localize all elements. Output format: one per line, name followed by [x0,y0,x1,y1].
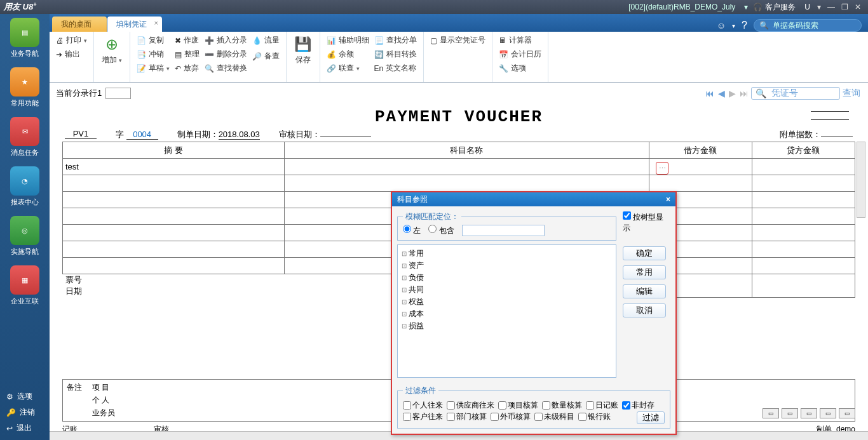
filter-6[interactable]: 客户往来 [403,411,443,422]
filter-5[interactable]: 非封存 [622,400,654,411]
abandon-button[interactable]: ↶ 放弃 [173,62,201,74]
delete-row-button[interactable]: ➖ 删除分录 [203,48,248,60]
edit-button[interactable]: 编辑 [623,284,666,298]
close-tab-icon[interactable]: × [154,19,158,27]
cell[interactable] [63,241,285,258]
calendar-button[interactable]: 📅 会计日历 [498,48,543,60]
tree-node[interactable]: 共同 [400,284,613,296]
tree-node[interactable]: 常用 [400,248,613,260]
link-query-button[interactable]: 🔗 联查 [325,62,370,74]
prev-record-button[interactable]: ◀ [717,88,726,98]
first-record-button[interactable]: ⏮ [704,88,715,98]
customer-service[interactable]: 🎧客户服务 [753,2,796,13]
cell[interactable] [752,274,855,298]
tab-desktop[interactable]: 我的桌面 [52,17,107,32]
filter-7[interactable]: 部门核算 [447,411,487,422]
save-button[interactable]: 💾保存 [292,34,315,67]
reverse-button[interactable]: 📑 冲销 [135,48,171,60]
radio-contain[interactable]: 包含 [428,225,454,236]
void-button[interactable]: ✖ 作废 [173,34,201,46]
radio-left[interactable]: 左 [403,225,421,236]
barcode-search[interactable]: 🔍单据条码搜索 [754,19,862,32]
draft-button[interactable]: 📝 草稿 [135,62,171,74]
footer-icon[interactable]: ▭ [801,408,817,418]
cell[interactable] [752,258,855,274]
u-menu[interactable]: U [804,3,810,11]
footer-icon[interactable]: ▭ [839,408,855,418]
cell[interactable] [649,175,752,192]
account-lookup-button[interactable]: ⋯ [656,162,668,175]
cell-account-1[interactable] [285,159,649,175]
output-button[interactable]: ➜ 输出 [55,48,88,60]
flow-button[interactable]: 💧 流量 [251,34,281,46]
cell[interactable] [752,208,855,225]
cell[interactable] [285,175,649,192]
tree-display-checkbox[interactable]: 按树型显示 [623,211,670,234]
cell[interactable] [63,225,285,241]
cell-summary-1[interactable]: test [63,159,285,175]
filter-0[interactable]: 个人往来 [403,400,443,411]
print-button[interactable]: 🖨 打印 [55,34,88,46]
nav-reports[interactable]: ◔报表中心 [6,166,44,207]
find-replace-button[interactable]: 🔍 查找替换 [203,62,248,74]
cell[interactable] [752,241,855,258]
cell[interactable] [752,175,855,192]
insert-row-button[interactable]: ➕ 插入分录 [203,34,248,46]
aux-detail-button[interactable]: 📊 辅助明细 [325,34,370,46]
audit-button[interactable]: 🔎 备查 [251,50,281,62]
sales-field[interactable]: 业务员 [92,408,115,418]
help-icon[interactable]: ? [742,20,747,31]
tree-node[interactable]: 权益 [400,296,613,308]
find-sheet-button[interactable]: 📃 查找分单 [373,34,418,46]
options-link[interactable]: ⚙选项 [0,389,50,404]
cell[interactable] [63,208,285,225]
make-date[interactable]: 2018.08.03 [219,130,260,140]
tree-node[interactable]: 负债 [400,272,613,284]
last-record-button[interactable]: ⏭ [738,88,750,98]
attach-count[interactable] [821,137,853,137]
cancel-button[interactable]: 取消 [623,303,666,317]
entry-input[interactable] [105,88,131,99]
show-empty-button[interactable]: ▢ 显示空凭证号 [429,34,487,46]
filter-3[interactable]: 数量核算 [542,400,582,411]
query-link[interactable]: 查询 [841,88,862,99]
cell[interactable] [63,192,285,208]
restore-button[interactable]: ❐ [838,3,851,11]
filter-1[interactable]: 供应商往来 [447,400,494,411]
add-button[interactable]: ⊕增加 [99,34,125,67]
dialog-close-button[interactable]: × [666,195,670,204]
footer-icon[interactable]: ▭ [763,408,779,418]
dialog-titlebar[interactable]: 科目参照 × [392,192,675,206]
calculator-button[interactable]: 🖩 计算器 [498,34,543,46]
chevron-down-icon[interactable]: ▾ [744,3,748,11]
cell[interactable] [752,192,855,208]
filter-button[interactable]: 过滤 [637,411,665,424]
project-field[interactable]: 项 目 [92,382,115,393]
filter-4[interactable]: 日记账 [586,400,618,411]
nav-business[interactable]: ▤业务导航 [6,18,44,58]
tidy-button[interactable]: ▤ 整理 [173,48,201,60]
filter-9[interactable]: 未级科目 [534,411,574,422]
next-record-button[interactable]: ▶ [728,88,737,98]
nav-enterprise[interactable]: ▦企业互联 [6,265,44,306]
person-field[interactable]: 个 人 [92,395,115,406]
footer-icon[interactable]: ▭ [820,408,836,418]
footer-icon[interactable]: ▭ [782,408,798,418]
pv-type[interactable]: PV1 [65,129,97,140]
filter-10[interactable]: 银行账 [578,411,611,422]
tree-node[interactable]: 成本 [400,308,613,320]
common-button[interactable]: 常用 [623,265,666,279]
voucher-search[interactable]: 🔍凭证号 [751,87,840,100]
voucher-number[interactable]: 0004 [126,130,158,140]
vertical-scrollbar[interactable] [857,142,865,218]
cell[interactable] [63,258,285,274]
chevron-down-icon[interactable]: ▾ [814,3,824,11]
chevron-down-icon[interactable]: ▾ [732,22,735,29]
smile-icon[interactable]: ☺ [717,20,726,30]
balance-button[interactable]: 💰 余额 [325,48,370,60]
nav-messages[interactable]: ✉消息任务 [6,117,44,157]
logout-link[interactable]: 🔑注销 [0,404,50,420]
nav-favorites[interactable]: ★常用功能 [6,67,44,108]
tab-voucher[interactable]: 填制凭证× [107,17,162,32]
cell-credit-1[interactable] [752,159,855,175]
